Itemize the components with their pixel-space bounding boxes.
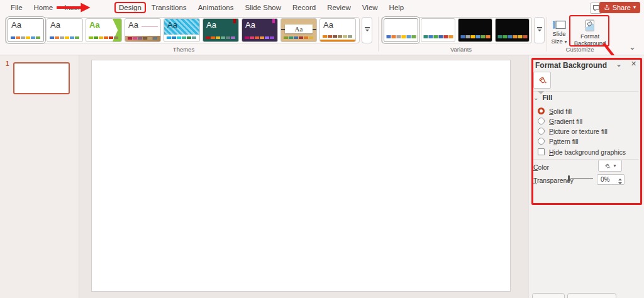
theme-color-swatches (460, 35, 490, 38)
menu-tab-home[interactable]: Home (28, 2, 59, 13)
menu-tab-help[interactable]: Help (384, 2, 410, 13)
pane-close-icon[interactable]: ✕ (631, 60, 636, 68)
fill-option-gradient-fill[interactable]: Gradient fill (538, 116, 582, 126)
spinner-arrows[interactable] (618, 177, 622, 186)
format-background-label-1: Format (580, 33, 599, 40)
theme-color-swatches (386, 35, 416, 38)
spinner-up-icon (618, 177, 622, 180)
slide-thumbnail-panel: 1 (0, 55, 79, 298)
pane-collapse-chevron[interactable]: ⌄ (616, 60, 622, 69)
slide-size-icon (553, 20, 566, 30)
variants-gallery (381, 17, 532, 43)
format-background-button[interactable]: Format Background (572, 17, 608, 48)
theme-card-6[interactable]: Aa (203, 18, 239, 42)
theme-aa-label: Aa (89, 20, 100, 30)
format-background-pane: Format Background ⌄ ✕ ⌄ Fill Solid fill … (528, 55, 644, 298)
slide-size-label-2: Size ▾ (551, 38, 567, 45)
transparency-value-input[interactable]: 0% (597, 174, 625, 185)
theme-color-swatches (50, 36, 79, 39)
transparency-value: 0% (601, 176, 609, 183)
customize-section-label: Customize (566, 46, 594, 53)
chevron-down-icon: ▾ (613, 163, 616, 168)
theme-color-swatches (284, 36, 313, 39)
radio-icon (538, 138, 545, 145)
menu-tab-view[interactable]: View (357, 2, 384, 13)
variant-card-1[interactable] (384, 18, 418, 42)
theme-card-7[interactable]: Aa (242, 18, 278, 42)
format-background-icon (584, 19, 596, 33)
share-button[interactable]: Share ▾ (599, 2, 640, 13)
menu-tab-record[interactable]: Record (287, 2, 321, 13)
variant-card-2[interactable] (421, 18, 455, 42)
theme-aa-label: Aa (206, 20, 216, 30)
theme-card-4[interactable]: Aa (125, 18, 161, 42)
menu-tabs: FileHomeInsertDesignTransitionsAnimation… (0, 0, 644, 15)
theme-card-5[interactable]: Aa (164, 18, 200, 42)
collapse-ribbon-chevron[interactable]: ⌄ (629, 42, 636, 52)
themes-section-label: Themes (173, 46, 194, 53)
theme-aa-label: Aa (323, 20, 333, 30)
pane-divider (533, 159, 638, 160)
slide-thumbnail[interactable] (13, 62, 70, 94)
theme-card-9[interactable]: Aa (319, 18, 356, 42)
theme-color-swatches (11, 36, 40, 39)
color-label: Color (533, 163, 549, 171)
theme-color-swatches (89, 36, 118, 39)
slide-canvas[interactable] (91, 60, 511, 292)
gallery-more-icon (365, 27, 370, 28)
fill-section-header[interactable]: ⌄ Fill (533, 94, 552, 101)
theme-color-swatches (206, 36, 235, 39)
transparency-slider-track[interactable] (570, 178, 593, 179)
menu-tab-file[interactable]: File (5, 2, 28, 13)
gallery-more-icon (537, 27, 542, 28)
theme-color-swatches (423, 35, 453, 38)
theme-color-swatches (245, 36, 274, 39)
fill-tab-button[interactable] (533, 72, 551, 89)
menu-tab-animations[interactable]: Animations (192, 2, 240, 13)
fill-option-solid-fill[interactable]: Solid fill (538, 106, 572, 116)
fill-option-pattern-fill[interactable]: Pattern fill (538, 136, 579, 146)
theme-color-swatches (497, 35, 527, 38)
hide-background-graphics-checkbox[interactable]: Hide background graphics (538, 147, 626, 157)
slide-size-label-1: Slide (552, 30, 565, 37)
variants-gallery-more-button[interactable] (534, 17, 545, 43)
spinner-down-icon (618, 182, 622, 186)
menu-tab-design[interactable]: Design (114, 2, 146, 13)
variant-card-3[interactable] (458, 18, 492, 42)
chevron-down-icon: ▾ (565, 39, 567, 45)
theme-color-swatches (128, 37, 157, 40)
menu-tab-slide-show[interactable]: Slide Show (240, 2, 287, 13)
transparency-slider-handle[interactable] (568, 175, 570, 182)
share-label: Share (613, 4, 631, 11)
themes-gallery: AaAaAaAaAaAaAaAaAa (5, 17, 360, 43)
theme-color-swatches (323, 35, 352, 38)
fill-option-picture-or-texture-fill[interactable]: Picture or texture fill (538, 126, 608, 136)
theme-card-2[interactable]: Aa (47, 18, 83, 42)
pane-bottom-button-right[interactable] (567, 293, 616, 298)
ribbon-separator (378, 17, 379, 52)
paint-bucket-icon (537, 75, 548, 86)
theme-card-1[interactable]: Aa (8, 18, 44, 42)
radio-icon (538, 128, 545, 135)
menu-tab-transitions[interactable]: Transitions (146, 2, 192, 13)
checkbox-icon (538, 148, 545, 155)
color-picker-button[interactable]: ▾ (598, 160, 622, 172)
theme-card-8[interactable]: Aa (280, 18, 317, 42)
editing-workspace (80, 55, 528, 298)
slide-number: 1 (6, 60, 9, 67)
pane-divider (533, 91, 638, 92)
theme-aa-label: Aa (245, 20, 255, 30)
menu-tab-insert[interactable]: Insert (58, 2, 88, 13)
radio-icon (538, 118, 545, 124)
theme-aa-label: Aa (50, 20, 60, 30)
theme-aa-label: Aa (11, 20, 21, 30)
powerpoint-window: FileHomeInsertDesignTransitionsAnimation… (0, 0, 644, 298)
theme-card-3[interactable]: Aa (86, 18, 122, 42)
chevron-down-icon: ▾ (633, 5, 636, 10)
menu-tab-review[interactable]: Review (321, 2, 357, 13)
themes-gallery-more-button[interactable] (362, 17, 372, 43)
pane-bottom-button-left[interactable] (532, 293, 565, 298)
variant-card-4[interactable] (495, 18, 530, 42)
share-icon (604, 4, 610, 11)
menu-bar: FileHomeInsertDesignTransitionsAnimation… (0, 0, 644, 15)
